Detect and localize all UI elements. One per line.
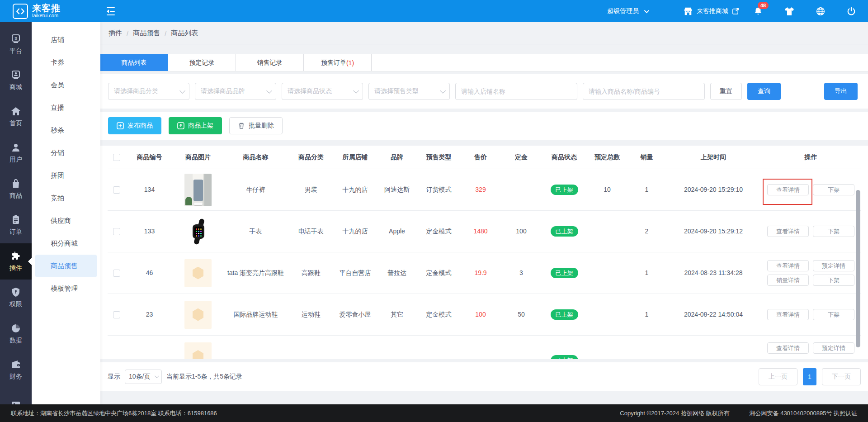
user-menu[interactable]: 超级管理员 [592, 5, 648, 17]
take-down-button[interactable]: 下架 [813, 226, 854, 237]
publish-product-button[interactable]: 发布商品 [108, 117, 161, 134]
submenu-item-auction[interactable]: 竞拍 [35, 187, 97, 209]
sidebar-item-mall[interactable]: 商城 [0, 62, 32, 99]
presale-type-select[interactable]: 请选择预售类型 [368, 83, 450, 100]
reserve-detail-button[interactable]: 预定详情 [813, 260, 854, 271]
submenu-item-supplier[interactable]: 供应商 [35, 209, 97, 232]
view-detail-button[interactable]: 查看详情 [767, 342, 809, 354]
product-image-jeans [184, 174, 212, 206]
table-row: 46 tata 渐变亮片高跟鞋 高跟鞋 平台自营店 普拉达 定金模式 19.9 … [108, 252, 861, 294]
sidebar-item-permissions[interactable]: 权限 [0, 280, 32, 316]
logo-icon [13, 4, 28, 19]
product-image-placeholder [184, 259, 212, 287]
tab-product-list[interactable]: 商品列表 [100, 54, 168, 71]
submenu-item-live[interactable]: 直播 [35, 96, 97, 119]
body: S 平台 商城 首页 用户 商品 订单 [0, 22, 868, 404]
row-checkbox[interactable] [113, 228, 120, 235]
reset-button[interactable]: 重置 [710, 83, 742, 100]
product-name-input[interactable] [583, 83, 705, 100]
external-link-icon [732, 7, 740, 15]
submenu-item-flashsale[interactable]: 秒杀 [35, 119, 97, 142]
submenu-item-coupon[interactable]: 卡券 [35, 51, 97, 74]
page-1-button[interactable]: 1 [803, 368, 816, 385]
product-table: 商品编号 商品图片 商品名称 商品分类 所属店铺 品牌 预售类型 售价 定金 商… [100, 146, 868, 359]
filter-bar: 请选择商品分类 请选择商品品牌 请选择商品状态 请选择预售类型 重置 查询 导出 [100, 74, 868, 109]
footer-beian[interactable]: 湘公网安备 43010402000895号 执照认证 [750, 409, 857, 417]
sidebar-item-platform[interactable]: S 平台 [0, 26, 32, 62]
breadcrumb-plugins[interactable]: 插件 [108, 29, 122, 38]
data-pie-icon [10, 323, 21, 334]
chevron-down-icon [440, 88, 446, 94]
category-select[interactable]: 请选择商品分类 [108, 83, 189, 100]
select-all-checkbox[interactable] [113, 154, 120, 161]
store-link[interactable]: 来客推商城 [683, 7, 740, 16]
next-page-button[interactable]: 下一页 [822, 368, 861, 385]
submenu-item-member[interactable]: 会员 [35, 74, 97, 96]
status-select[interactable]: 请选择商品状态 [282, 83, 363, 100]
globe-icon[interactable] [816, 6, 826, 16]
submenu-item-distribution[interactable]: 分销 [35, 142, 97, 164]
breadcrumb-current: 商品列表 [171, 29, 198, 38]
power-icon[interactable] [846, 6, 856, 16]
view-detail-button[interactable]: 查看详情 [767, 184, 809, 195]
app: 来客推 laiketui.com 超级管理员 来客推商城 [0, 0, 868, 422]
plus-square-icon [117, 122, 124, 129]
row-checkbox[interactable] [113, 270, 120, 277]
submenu-item-shop[interactable]: 店铺 [35, 28, 97, 51]
batch-delete-button[interactable]: 批量删除 [229, 117, 283, 134]
trash-icon [238, 122, 245, 129]
chevron-down-icon [266, 88, 272, 94]
submenu-item-template[interactable]: 模板管理 [35, 277, 97, 300]
tab-reserve-records[interactable]: 预定记录 [168, 54, 236, 71]
storefront-icon [683, 7, 693, 16]
view-detail-button[interactable]: 查看详情 [767, 226, 809, 237]
search-button[interactable]: 查询 [747, 83, 781, 100]
vertical-scrollbar[interactable] [856, 190, 860, 347]
chevron-down-icon [155, 374, 159, 378]
row-checkbox[interactable] [113, 186, 120, 194]
cell-product-name: 国际品牌运动鞋 [223, 310, 288, 319]
per-page-select[interactable]: 10条/页 [125, 370, 162, 384]
sidebar-item-data[interactable]: 数据 [0, 316, 32, 352]
tab-sales-records[interactable]: 销售记录 [236, 54, 304, 71]
sidebar-item-plugins[interactable]: 插件 [0, 243, 32, 280]
notification-bell-icon[interactable]: 48 [753, 6, 763, 16]
sidebar-item-goods[interactable]: 商品 [0, 171, 32, 207]
submenu-item-pointsmall[interactable]: 积分商城 [35, 232, 97, 255]
status-badge: 已上架 [551, 309, 578, 320]
submenu-item-groupbuy[interactable]: 拼团 [35, 164, 97, 187]
take-down-button[interactable]: 下架 [813, 275, 854, 286]
sidebar-collapse-icon[interactable] [107, 7, 116, 15]
cell-product-id: 133 [126, 227, 173, 236]
breadcrumb-presale[interactable]: 商品预售 [133, 29, 160, 38]
prev-page-button[interactable]: 上一页 [759, 368, 797, 385]
tab-presale-orders[interactable]: 预售订单(1) [304, 54, 372, 71]
pager: 上一页 1 下一页 [759, 368, 861, 385]
chevron-down-icon [353, 88, 359, 94]
submenu-item-presale[interactable]: 商品预售 [35, 255, 97, 277]
view-detail-button[interactable]: 查看详情 [767, 260, 809, 271]
export-button[interactable]: 导出 [824, 83, 858, 100]
view-detail-button[interactable]: 查看详情 [767, 309, 809, 320]
sidebar-item-finance[interactable]: 财务 [0, 352, 32, 388]
reserve-detail-button[interactable]: 预定详情 [813, 342, 854, 354]
put-onsale-button[interactable]: 商品上架 [169, 117, 222, 134]
highlight-red-box: 查看详情 [767, 184, 809, 195]
cell-product-name: 手表 [223, 227, 288, 236]
cell-product-id: 46 [126, 269, 173, 277]
sales-detail-button[interactable]: 销量详情 [767, 275, 809, 286]
product-image-watch [184, 218, 212, 246]
sidebar-item-users[interactable]: 用户 [0, 135, 32, 171]
main-content: 插件 / 商品预售 / 商品列表 商品列表 预定记录 销售记录 预售订单(1) … [100, 22, 868, 404]
svg-text:S: S [14, 36, 17, 41]
tshirt-icon[interactable] [784, 6, 795, 16]
take-down-button[interactable]: 下架 [813, 309, 854, 320]
sidebar-item-orders[interactable]: 订单 [0, 207, 32, 243]
sidebar-item-gallery[interactable] [0, 388, 32, 404]
sidebar-item-home[interactable]: 首页 [0, 99, 32, 135]
cell-time: 2024-08-23 11:34:28 [666, 269, 761, 277]
brand-select[interactable]: 请选择商品品牌 [195, 83, 276, 100]
take-down-button[interactable]: 下架 [813, 184, 854, 195]
store-name-input[interactable] [455, 83, 577, 100]
row-checkbox[interactable] [113, 311, 120, 318]
